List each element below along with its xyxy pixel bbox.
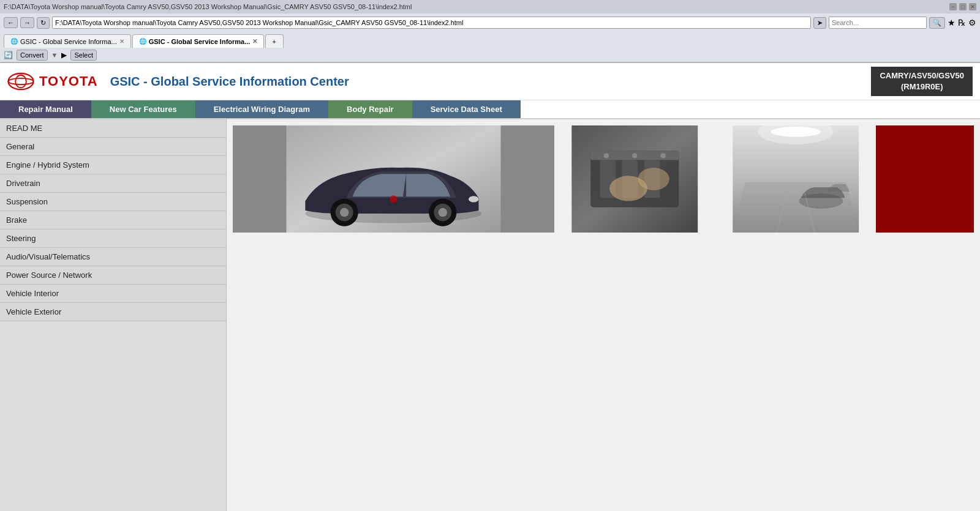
content-area: [227, 119, 980, 511]
title-bar: F:\DATA\Toyota Worshop manual\Toyota Cam…: [0, 0, 980, 13]
gsic-title: GSIC - Global Service Information Center: [110, 75, 349, 89]
tools-icon[interactable]: ⚙: [968, 18, 976, 28]
tab-3[interactable]: +: [265, 34, 284, 48]
close-button[interactable]: ✕: [969, 3, 976, 10]
car-svg: [233, 125, 554, 233]
convert-button[interactable]: Convert: [17, 50, 48, 61]
toyota-logo: TOYOTA: [7, 72, 98, 91]
tab-service-data-sheet[interactable]: Service Data Sheet: [412, 100, 521, 118]
engine-image-panel: [554, 125, 715, 233]
convert-icon: 🔄: [4, 51, 13, 59]
sidebar-item-audio[interactable]: Audio/Visual/Telematics: [0, 248, 226, 266]
garage-svg: [715, 125, 876, 233]
sidebar-item-read-me[interactable]: READ ME: [0, 119, 226, 138]
svg-point-11: [469, 196, 478, 203]
sidebar-item-steering[interactable]: Steering: [0, 229, 226, 248]
forward-button[interactable]: →: [20, 17, 34, 28]
back-button[interactable]: ←: [4, 17, 18, 28]
tab-close-2[interactable]: ✕: [252, 38, 257, 45]
toyota-oval-icon: [7, 72, 34, 91]
search-button[interactable]: 🔍: [929, 17, 945, 29]
tab-electrical-wiring[interactable]: Electrical Wiring Diagram: [195, 100, 328, 118]
sidebar-item-power-source[interactable]: Power Source / Network: [0, 266, 226, 285]
nav-tabs: Repair Manual New Car Features Electrica…: [0, 100, 980, 119]
page-header: TOYOTA GSIC - Global Service Information…: [0, 63, 980, 100]
tab-1[interactable]: 🌐 GSIC - Global Service Informa... ✕: [4, 34, 131, 48]
red-panel: [876, 125, 974, 233]
tab-close-1[interactable]: ✕: [119, 38, 124, 45]
restore-button[interactable]: □: [959, 3, 967, 10]
tab-2[interactable]: 🌐 GSIC - Global Service Informa... ✕: [132, 34, 265, 48]
engine-svg: [554, 125, 715, 233]
refresh-button[interactable]: ↻: [37, 17, 50, 29]
minimize-button[interactable]: –: [949, 3, 957, 10]
window-controls: – □ ✕: [949, 3, 976, 10]
select-icon: ▶: [61, 51, 67, 59]
brand-name: TOYOTA: [39, 73, 98, 89]
model-line1: CAMRY/ASV50/GSV50: [880, 70, 964, 81]
select-button[interactable]: Select: [70, 50, 97, 61]
tabs-bar: 🌐 GSIC - Global Service Informa... ✕ 🌐 G…: [0, 32, 980, 48]
tab-favicon-2: 🌐: [139, 38, 146, 45]
sidebar-item-suspension[interactable]: Suspension: [0, 193, 226, 211]
svg-point-1: [15, 75, 26, 88]
sidebar-item-brake[interactable]: Brake: [0, 211, 226, 229]
sidebar-item-vehicle-exterior[interactable]: Vehicle Exterior: [0, 303, 226, 321]
svg-point-2: [8, 78, 33, 84]
car-model-badge: CAMRY/ASV50/GSV50 (RM19R0E): [871, 67, 973, 96]
sidebar: READ ME General Engine / Hybrid System D…: [0, 119, 227, 511]
nav-bar: ← → ↻ ➤ 🔍 ★ ℞ ⚙: [0, 13, 980, 32]
garage-image-panel: [715, 125, 876, 233]
tab-label-1: GSIC - Global Service Informa...: [20, 38, 117, 45]
tab-repair-manual[interactable]: Repair Manual: [0, 100, 91, 118]
car-image-panel: [233, 125, 554, 233]
rss-icon[interactable]: ℞: [958, 18, 966, 28]
sidebar-item-drivetrain[interactable]: Drivetrain: [0, 174, 226, 193]
svg-point-7: [340, 208, 349, 217]
star-icon[interactable]: ★: [948, 18, 956, 28]
tab-body-repair[interactable]: Body Repair: [328, 100, 412, 118]
browser-chrome: F:\DATA\Toyota Worshop manual\Toyota Cam…: [0, 0, 980, 63]
svg-point-23: [660, 154, 665, 159]
toolbar-bar: 🔄 Convert ▼ ▶ Select: [0, 48, 980, 62]
main-layout: READ ME General Engine / Hybrid System D…: [0, 119, 980, 511]
go-button[interactable]: ➤: [813, 17, 826, 29]
tab-new-icon: +: [272, 38, 276, 45]
tab-favicon-1: 🌐: [10, 38, 18, 45]
svg-point-21: [604, 154, 609, 159]
sidebar-item-general[interactable]: General: [0, 138, 226, 156]
sidebar-item-engine[interactable]: Engine / Hybrid System: [0, 156, 226, 174]
image-strip: [233, 125, 974, 233]
page-title: F:\DATA\Toyota Worshop manual\Toyota Cam…: [4, 3, 412, 10]
search-input[interactable]: [829, 17, 927, 29]
sidebar-item-vehicle-interior[interactable]: Vehicle Interior: [0, 285, 226, 303]
svg-point-20: [638, 168, 669, 190]
svg-point-10: [439, 208, 447, 217]
address-bar[interactable]: [52, 17, 811, 29]
model-line2: (RM19R0E): [880, 81, 964, 92]
tab-new-car-features[interactable]: New Car Features: [91, 100, 195, 118]
svg-point-12: [390, 196, 397, 203]
svg-point-0: [8, 73, 33, 89]
svg-point-22: [632, 154, 637, 159]
tab-label-2: GSIC - Global Service Informa...: [149, 38, 251, 45]
